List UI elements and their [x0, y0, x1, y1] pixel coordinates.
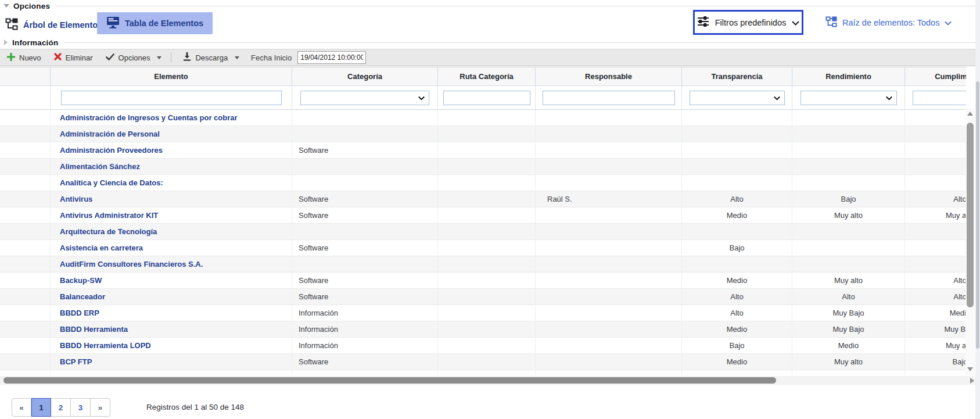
- column-header-ruta-categoria[interactable]: Ruta Categoría: [437, 67, 535, 85]
- collapse-arrow-icon[interactable]: [3, 4, 9, 8]
- responsable-cell: Raúl S.: [535, 191, 681, 207]
- responsable-cell: [535, 142, 681, 158]
- cumplimiento-cell: [904, 142, 966, 158]
- horizontal-scrollbar[interactable]: [0, 376, 980, 385]
- element-link[interactable]: BBDD Herramienta: [60, 325, 128, 334]
- tab-tabla-de-elementos[interactable]: Tabla de Elementos: [97, 12, 213, 34]
- pagination-page-2[interactable]: 2: [51, 398, 71, 417]
- filter-select-rendimiento[interactable]: [800, 91, 897, 105]
- responsable-cell: [535, 240, 681, 256]
- download-icon: [183, 52, 191, 63]
- app-window: Opciones Árbol de Elementos Tabla de Ele…: [0, 0, 980, 419]
- row-selector-cell: [0, 159, 50, 174]
- pagination-next-button[interactable]: »: [91, 398, 110, 417]
- table-row: AntivirusSoftwareRaúl S.AltoBajoAlto: [0, 191, 966, 207]
- element-link[interactable]: BCP NodoApache: [60, 374, 124, 375]
- cumplimiento-cell: Medio: [904, 305, 966, 321]
- scroll-down-icon[interactable]: [967, 367, 973, 371]
- element-link[interactable]: BCP FTP: [60, 357, 92, 366]
- row-selector-cell: [0, 305, 50, 321]
- categoria-cell: Software: [292, 370, 437, 375]
- vertical-scrollbar-thumb[interactable]: [967, 123, 974, 307]
- cumplimiento-cell: Alto: [904, 289, 966, 305]
- responsable-cell: [535, 256, 681, 272]
- page-scrollbar[interactable]: [975, 0, 980, 419]
- element-link[interactable]: Antivirus Administrator KIT: [60, 211, 158, 220]
- categoria-cell: Software: [292, 289, 437, 305]
- element-link[interactable]: Analítica y Ciencia de Datos:: [60, 178, 163, 187]
- column-header-cumplimiento[interactable]: Cumplimiento: [904, 67, 966, 85]
- tab-arbol-de-elementos[interactable]: Árbol de Elementos: [5, 16, 102, 34]
- row-selector-cell: [0, 191, 50, 207]
- filtros-predefinidos-label: Filtros predefinidos: [715, 18, 787, 27]
- column-header-categoria[interactable]: Categoría: [292, 67, 437, 85]
- fecha-inicio-input[interactable]: [297, 51, 366, 64]
- categoria-cell: Software: [292, 240, 437, 256]
- horizontal-scrollbar-thumb[interactable]: [3, 377, 776, 384]
- filter-select-transparencia[interactable]: [690, 91, 785, 105]
- element-link[interactable]: Backup-SW: [60, 276, 102, 285]
- elemento-cell: BCP FTP: [50, 354, 292, 370]
- element-link[interactable]: Antivirus: [60, 195, 92, 203]
- element-link[interactable]: BBDD ERP: [60, 309, 99, 317]
- element-link[interactable]: Administración de Personal: [60, 130, 160, 138]
- elemento-cell: Administración de Personal: [50, 126, 292, 142]
- ruta-categoria-cell: [437, 370, 535, 375]
- transparencia-cell: [681, 175, 792, 191]
- section-opciones-label[interactable]: Opciones: [13, 2, 50, 10]
- page-scrollbar-thumb[interactable]: [976, 81, 979, 349]
- table-row: Backup-SWSoftwareMedioMuy altoAlto: [0, 273, 966, 289]
- row-selector-cell: [0, 256, 50, 272]
- filter-input-responsable[interactable]: [543, 91, 675, 105]
- plus-icon: [7, 53, 15, 63]
- element-link[interactable]: Arquitectura de Tecnología: [60, 227, 157, 236]
- eliminar-button[interactable]: Eliminar: [54, 53, 93, 62]
- responsable-cell: [535, 110, 681, 126]
- element-link[interactable]: Balanceador: [60, 292, 105, 301]
- raiz-de-elementos-selector[interactable]: Raíz de elementos: Todos: [825, 10, 952, 35]
- column-header-responsable[interactable]: Responsable: [535, 67, 681, 85]
- transparencia-cell: Medio: [681, 207, 792, 223]
- nuevo-button[interactable]: Nuevo: [7, 53, 41, 63]
- row-selector-cell: [0, 175, 50, 191]
- element-link[interactable]: Alimentación Sánchez: [60, 162, 140, 171]
- element-link[interactable]: Administración Proveedores: [60, 146, 163, 155]
- elemento-cell: BBDD Herramienta LOPD: [50, 338, 292, 353]
- pagination-prev-button[interactable]: «: [12, 398, 31, 417]
- records-summary: Registros del 1 al 50 de 148: [146, 403, 244, 411]
- table-row: Alimentación Sánchez: [0, 159, 966, 175]
- pagination-page-1[interactable]: 1: [31, 398, 51, 417]
- vertical-scrollbar[interactable]: [965, 108, 975, 375]
- filter-select-categoria[interactable]: [300, 91, 429, 105]
- row-selector-cell: [0, 110, 50, 126]
- pagination-page-3[interactable]: 3: [71, 398, 91, 417]
- element-link[interactable]: BBDD Herramienta LOPD: [60, 341, 151, 350]
- scroll-right-icon[interactable]: [970, 378, 974, 384]
- expand-arrow-icon[interactable]: [4, 40, 8, 45]
- element-link[interactable]: Administración de Ingresos y Cuentas por…: [60, 113, 238, 122]
- rendimiento-cell: Muy Bajo: [792, 305, 904, 321]
- opciones-menu-button[interactable]: Opciones: [106, 53, 162, 62]
- table-row: BBDD Herramienta LOPDInformaciónBajoMedi…: [0, 338, 966, 354]
- column-header-rendimiento[interactable]: Rendimiento: [792, 67, 904, 85]
- element-link[interactable]: Asistencia en carretera: [60, 243, 143, 252]
- elemento-cell: AuditFirm Consultores Financieros S.A.: [50, 256, 292, 272]
- ruta-categoria-cell: [437, 289, 535, 305]
- section-informacion-label[interactable]: Información: [12, 38, 58, 47]
- table-row: BalanceadorSoftwareAltoAltoAlto: [0, 289, 966, 305]
- table-row: Analítica y Ciencia de Datos:: [0, 175, 966, 191]
- filter-input-elemento[interactable]: [61, 91, 282, 105]
- ruta-categoria-cell: [437, 126, 535, 142]
- scroll-up-icon[interactable]: [967, 112, 973, 116]
- cumplimiento-cell: [904, 126, 966, 142]
- element-link[interactable]: AuditFirm Consultores Financieros S.A.: [60, 260, 203, 268]
- transparencia-cell: Medio: [681, 354, 792, 370]
- elemento-cell: Alimentación Sánchez: [50, 159, 292, 174]
- filter-select-cumplimiento[interactable]: [913, 91, 967, 105]
- filtros-predefinidos-button[interactable]: Filtros predefinidos: [693, 10, 803, 35]
- table-row: Administración de Ingresos y Cuentas por…: [0, 110, 966, 126]
- column-header-transparencia[interactable]: Transparencia: [681, 67, 792, 85]
- column-header-elemento[interactable]: Elemento: [50, 67, 292, 85]
- filter-input-ruta-categoria[interactable]: [443, 91, 530, 105]
- descarga-button[interactable]: Descarga: [183, 52, 239, 63]
